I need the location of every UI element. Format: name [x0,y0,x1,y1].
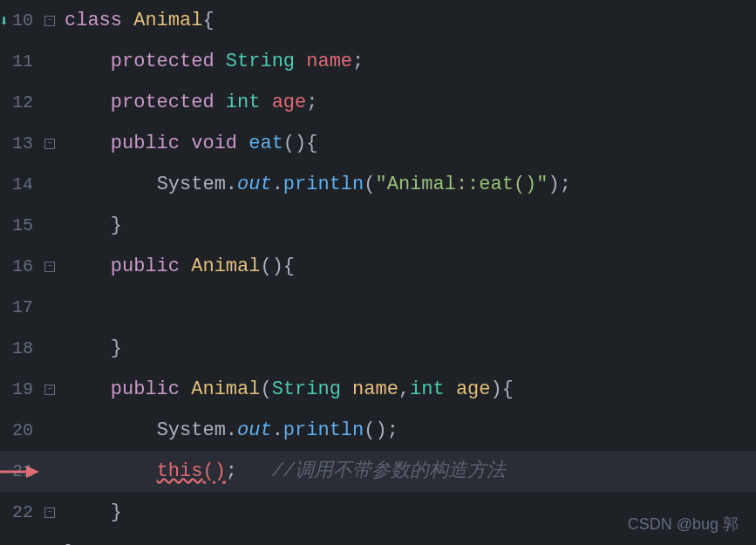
fold-gutter: − [42,16,58,26]
code-token [65,205,111,246]
code-token: Animal [191,369,260,410]
code-token: ); [548,164,571,205]
line-number: 20 [0,420,42,440]
fold-gutter: − [42,385,58,395]
fold-gutter: − [42,262,58,272]
watermark-text: CSDN @bug 郭 [628,514,739,535]
code-token: name [306,41,352,82]
code-token: this [157,451,203,492]
code-tokens: protected int age; [58,82,756,123]
fold-button[interactable]: − [44,385,55,395]
code-token: public [111,246,191,287]
code-token: } [65,533,76,545]
code-line: 17 [0,287,756,328]
code-token [65,369,111,410]
code-token: (){ [260,246,295,287]
line-number: 19 [0,379,42,399]
code-token: protected [111,82,226,123]
code-tokens: } [58,328,756,369]
code-tokens: } [58,205,756,246]
code-token: public [111,123,191,164]
code-line: 23−} [0,533,756,545]
arrow-down-icon: ⬇ [0,11,9,31]
code-token: System [157,164,226,205]
code-token [65,164,157,205]
code-tokens: public void eat(){ [58,123,756,164]
code-token: "Animal::eat()" [375,164,548,205]
code-token: out [237,410,272,451]
code-token: { [202,0,214,41]
code-token [65,123,111,164]
code-tokens: System.out.println(); [58,410,756,451]
line-number: 22 [0,502,42,522]
code-editor: ⬇10−class Animal{11 protected String nam… [0,0,756,545]
code-token: ( [364,164,375,205]
code-token: () [202,451,225,492]
code-tokens: class Animal{ [58,0,756,41]
code-token: age [456,369,491,410]
fold-button[interactable]: − [44,139,55,149]
fold-button[interactable]: − [44,262,55,272]
code-token: . [226,410,237,451]
code-tokens: public Animal(){ [58,246,756,287]
code-token [65,328,111,369]
code-line: ⬇10−class Animal{ [0,0,756,41]
line-number: 17 [0,297,42,317]
code-token: ){ [491,369,514,410]
code-token: , [398,369,410,410]
code-token: Animal [133,0,202,41]
code-line: 18 } [0,328,756,369]
code-token: println [283,410,364,451]
code-token: int [410,369,456,410]
code-token [65,41,111,82]
code-token [237,451,272,492]
code-token: void [191,123,249,164]
code-token: ; [306,82,317,123]
code-token: out [237,164,272,205]
code-token: //调用不带参数的构造方法 [272,451,506,492]
code-token: } [111,328,122,369]
fold-gutter: − [42,508,58,518]
code-line: 13− public void eat(){ [0,123,756,164]
line-number: 13 [0,133,42,153]
code-token: . [272,164,283,205]
code-tokens: } [58,533,756,545]
line-number: 16 [0,256,42,276]
line-number: 12 [0,92,42,112]
code-tokens: this(); //调用不带参数的构造方法 [58,451,756,492]
code-token: (); [364,410,398,451]
line-number: 14 [0,174,42,194]
code-token [65,246,111,287]
code-tokens: public Animal(String name,int age){ [58,369,756,410]
code-token: int [226,82,272,123]
line-number: ⬇10 [0,10,42,31]
code-token: class [65,0,133,41]
code-line: 16− public Animal(){ [0,246,756,287]
code-tokens: protected String name; [58,41,756,82]
code-line: 11 protected String name; [0,41,756,82]
fold-button[interactable]: − [44,508,55,518]
code-token: } [111,205,122,246]
code-token: println [283,164,364,205]
code-token: } [111,492,122,533]
code-token: name [352,369,398,410]
code-token [65,492,111,533]
code-line: 20 System.out.println(); [0,410,756,451]
fold-button[interactable]: − [44,16,55,26]
code-line: 12 protected int age; [0,82,756,123]
line-number: 11 [0,51,42,72]
line-number: 15 [0,215,42,235]
code-token [65,451,157,492]
code-line: 14 System.out.println("Animal::eat()"); [0,164,756,205]
code-token: String [272,369,352,410]
code-token: . [226,164,237,205]
code-token: eat [249,123,283,164]
code-token: ; [226,451,237,492]
code-token [65,410,157,451]
code-token: Animal [191,246,260,287]
code-token: age [272,82,307,123]
code-tokens: System.out.println("Animal::eat()"); [58,164,756,205]
code-token: ( [260,369,271,410]
fold-gutter: − [42,139,58,149]
code-token: String [226,41,306,82]
